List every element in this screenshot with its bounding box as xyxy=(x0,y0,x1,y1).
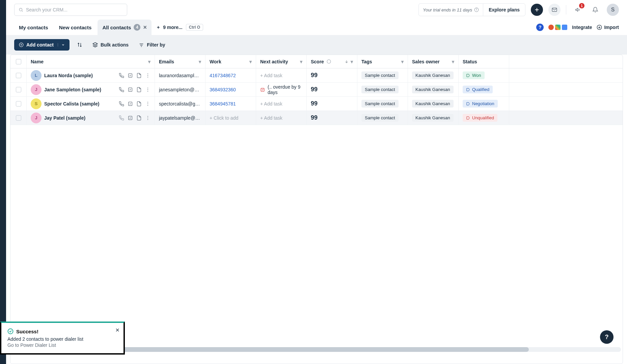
table-row[interactable]: L Laura Norda (sample) lauranordasample@… xyxy=(10,68,623,83)
row-checkbox[interactable] xyxy=(16,73,21,78)
task-icon[interactable] xyxy=(128,115,133,121)
chevron-down-icon[interactable] xyxy=(58,43,65,47)
note-icon[interactable] xyxy=(136,73,142,78)
toolbar: Add contact Bulk actions Filter by xyxy=(6,35,627,55)
status-chip[interactable]: Unqualified xyxy=(463,114,497,122)
contact-name-link[interactable]: Spector Calista (sample) xyxy=(44,101,99,107)
add-task-button[interactable]: + Add task xyxy=(260,73,282,78)
contacts-table: Name▾ Emails▾ Work▾ Next activity▾ Score… xyxy=(10,55,623,364)
select-all-checkbox[interactable] xyxy=(16,59,21,64)
tab-my-contacts[interactable]: My contacts xyxy=(14,20,53,35)
more-icon[interactable] xyxy=(145,115,151,121)
help-fab[interactable]: ? xyxy=(600,330,614,344)
score-value: 99 xyxy=(311,86,318,93)
phone-icon[interactable] xyxy=(119,115,124,121)
note-icon[interactable] xyxy=(136,87,142,92)
tab-new-contacts[interactable]: New contacts xyxy=(54,20,97,35)
note-icon[interactable] xyxy=(136,101,142,107)
row-checkbox[interactable] xyxy=(16,115,21,121)
col-next-activity[interactable]: Next activity▾ xyxy=(256,55,307,68)
task-icon[interactable] xyxy=(128,73,133,78)
notif-badge: 1 xyxy=(579,3,584,8)
toast-link[interactable]: Go to Power Dialer List xyxy=(7,342,117,348)
email-text: lauranordasample@g... xyxy=(159,73,201,78)
add-contact-button[interactable]: Add contact xyxy=(14,39,70,51)
owner-chip[interactable]: Kaushik Ganesan xyxy=(412,100,454,108)
success-toast: × Success! Added 2 contacts to power dia… xyxy=(0,322,125,355)
mail-button[interactable] xyxy=(548,4,561,16)
work-phone[interactable]: 4167348672 xyxy=(210,73,236,78)
search-input[interactable] xyxy=(26,7,123,12)
contact-name-link[interactable]: Jane Sampleton (sample) xyxy=(44,87,101,92)
explore-plans-button[interactable]: Explore plans xyxy=(483,4,525,16)
row-checkbox[interactable] xyxy=(16,101,21,107)
svg-point-38 xyxy=(147,116,148,117)
table-row[interactable]: J Jane Sampleton (sample) janesampleton@… xyxy=(10,83,623,97)
table-row[interactable]: S Spector Calista (sample) spectorcalist… xyxy=(10,97,623,111)
task-icon[interactable] xyxy=(128,87,133,92)
work-phone[interactable]: + Click to add xyxy=(210,115,238,121)
add-task-button[interactable]: + Add task xyxy=(260,101,282,107)
sidebar-edge xyxy=(0,0,6,364)
col-emails[interactable]: Emails▾ xyxy=(155,55,206,68)
user-avatar[interactable]: S xyxy=(607,4,619,16)
more-icon[interactable] xyxy=(145,101,151,107)
tag-chip[interactable]: Sample contact xyxy=(361,100,399,108)
col-sales-owner[interactable]: Sales owner▾ xyxy=(408,55,459,68)
score-value: 99 xyxy=(311,72,318,79)
sort-button[interactable] xyxy=(74,42,85,48)
email-text: janesampleton@gmail... xyxy=(159,87,201,92)
close-icon[interactable]: × xyxy=(143,24,147,31)
topbar: Your trial ends in 11 days Explore plans… xyxy=(6,0,627,20)
owner-chip[interactable]: Kaushik Ganesan xyxy=(412,71,454,79)
col-name[interactable]: Name▾ xyxy=(27,55,155,68)
announcements-button[interactable]: 1 xyxy=(572,4,584,16)
contact-avatar: S xyxy=(31,98,42,109)
status-icon xyxy=(466,88,470,92)
owner-chip[interactable]: Kaushik Ganesan xyxy=(412,114,454,122)
table-row[interactable]: J Jay Patel (sample) jaypatelsample@gmai… xyxy=(10,111,623,125)
col-score[interactable]: Score ▾ xyxy=(307,55,357,68)
status-chip[interactable]: Won xyxy=(463,71,485,79)
owner-chip[interactable]: Kaushik Ganesan xyxy=(412,86,454,93)
col-work[interactable]: Work▾ xyxy=(206,55,256,68)
more-icon[interactable] xyxy=(145,73,151,78)
add-button[interactable] xyxy=(531,4,543,16)
phone-icon[interactable] xyxy=(119,73,124,78)
add-task-button[interactable]: + Add task xyxy=(260,115,282,121)
status-chip[interactable]: Qualified xyxy=(463,86,493,93)
status-chip[interactable]: Negotiation xyxy=(463,100,498,108)
tab-all-contacts[interactable]: All contacts 4 × xyxy=(98,20,152,35)
close-icon[interactable]: × xyxy=(115,326,119,334)
phone-icon[interactable] xyxy=(119,87,124,92)
svg-point-34 xyxy=(147,103,148,104)
trial-wrap: Your trial ends in 11 days Explore plans xyxy=(418,3,525,16)
sort-icon xyxy=(77,42,82,48)
contact-name-link[interactable]: Laura Norda (sample) xyxy=(44,73,93,78)
info-icon xyxy=(327,59,331,64)
tag-chip[interactable]: Sample contact xyxy=(361,114,399,122)
integrate-link[interactable]: Integrate xyxy=(572,25,592,30)
more-tabs-button[interactable]: + 9 more... Ctrl O xyxy=(157,24,203,31)
work-phone[interactable]: 3684932360 xyxy=(210,87,236,92)
row-checkbox[interactable] xyxy=(16,87,21,92)
import-link[interactable]: Import xyxy=(597,25,619,30)
filter-by-button[interactable]: Filter by xyxy=(136,42,168,48)
bulk-actions-button[interactable]: Bulk actions xyxy=(90,42,131,48)
contact-name-link[interactable]: Jay Patel (sample) xyxy=(44,115,85,121)
note-icon[interactable] xyxy=(136,115,142,121)
app-integrations-icons xyxy=(548,25,567,30)
col-tags[interactable]: Tags▾ xyxy=(357,55,408,68)
help-icon[interactable]: ? xyxy=(536,24,544,31)
col-status[interactable]: Status xyxy=(459,55,509,68)
more-icon[interactable] xyxy=(145,87,151,92)
trial-text: Your trial ends in 11 days xyxy=(419,7,483,12)
task-icon[interactable] xyxy=(128,101,133,107)
work-phone[interactable]: 3684945781 xyxy=(210,101,236,107)
search-wrap[interactable] xyxy=(14,4,127,16)
tag-chip[interactable]: Sample contact xyxy=(361,86,399,93)
phone-icon[interactable] xyxy=(119,101,124,107)
bell-button[interactable] xyxy=(589,4,601,16)
tag-chip[interactable]: Sample contact xyxy=(361,71,399,79)
status-icon xyxy=(466,116,470,120)
